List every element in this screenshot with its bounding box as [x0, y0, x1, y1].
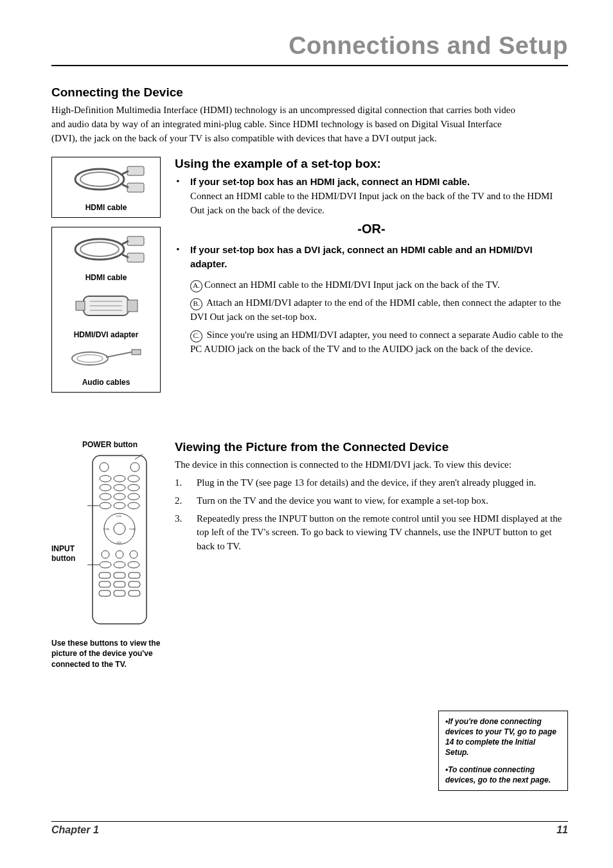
input-button-label-line2: button: [51, 554, 84, 563]
input-button-label-line1: INPUT: [51, 544, 84, 553]
footer-chapter: Chapter 1: [51, 824, 99, 836]
page-header-title: Connections and Setup: [51, 32, 568, 60]
svg-rect-14: [127, 300, 138, 312]
connecting-device-body: High-Definition Multimedia Interface (HD…: [51, 103, 527, 145]
svg-rect-13: [76, 301, 85, 310]
bullet1-bold: If your set-top box has an HDMI jack, co…: [190, 176, 470, 187]
audio-cables-icon: [67, 346, 145, 371]
hdmi-adapter-audio-figure: HDMI cable HDMI/DVI adapter Audio ca: [51, 227, 161, 393]
using-example-heading: Using the example of a set-top box:: [175, 157, 568, 171]
remote-control-icon: CH+ CH- VOL VOL: [87, 453, 152, 626]
footer-page-number: 11: [556, 824, 568, 836]
remote-bottom-caption: Use these buttons to view the picture of…: [51, 638, 161, 669]
audio-cables-caption: Audio cables: [56, 378, 156, 387]
viewing-intro: The device in this connection is connect…: [175, 458, 568, 472]
bullet1-body: Connect an HDMI cable to the HDMI/DVI In…: [190, 191, 553, 215]
hdmi-cable-caption-2: HDMI cable: [56, 273, 156, 282]
or-separator: -OR-: [175, 222, 568, 236]
step-text: Repeatedly press the INPUT button on the…: [197, 512, 568, 554]
step-a-text: Connect an HDMI cable to the HDMI/DVI In…: [204, 279, 500, 290]
step-a-label: A.: [190, 280, 202, 292]
svg-point-7: [80, 242, 119, 256]
step-number: 3.: [175, 512, 186, 554]
viewing-step-1: 1. Plug in the TV (see page 13 for detai…: [175, 476, 568, 490]
step-text: Plug in the TV (see page 13 for details)…: [197, 476, 568, 490]
hdmi-dvi-adapter-icon: [71, 288, 141, 324]
step-c-text: Since you're using an HDMI/DVI adapter, …: [190, 330, 563, 354]
hdmi-cable-caption-1: HDMI cable: [56, 203, 156, 212]
svg-rect-9: [127, 253, 144, 262]
bullet-dot: •: [175, 175, 181, 217]
svg-text:CH-: CH-: [117, 541, 123, 544]
bullet-dot: •: [175, 243, 181, 360]
step-text: Turn on the TV and the device you want t…: [197, 494, 568, 508]
power-button-label: POWER button: [51, 440, 161, 449]
step-b-label: B.: [190, 298, 202, 310]
step-number: 2.: [175, 494, 186, 508]
header-rule: [51, 65, 568, 66]
svg-rect-21: [132, 350, 141, 355]
svg-point-19: [77, 355, 103, 362]
connecting-device-heading: Connecting the Device: [51, 85, 568, 100]
hdmi-cable-figure-1: HDMI cable: [51, 157, 161, 218]
step-number: 1.: [175, 476, 186, 490]
svg-rect-2: [127, 166, 144, 175]
svg-line-20: [106, 352, 132, 357]
svg-rect-8: [127, 236, 144, 245]
viewing-step-3: 3. Repeatedly press the INPUT button on …: [175, 512, 568, 554]
svg-text:CH+: CH+: [116, 515, 123, 518]
svg-text:VOL: VOL: [129, 527, 136, 531]
svg-text:VOL: VOL: [103, 527, 110, 531]
viewing-step-2: 2. Turn on the TV and the device you wan…: [175, 494, 568, 508]
svg-rect-3: [127, 183, 144, 192]
hdmi-dvi-adapter-caption: HDMI/DVI adapter: [56, 330, 156, 339]
tip-box: •If you're done connecting devices to yo…: [438, 711, 568, 791]
step-c-label: C.: [190, 330, 202, 342]
step-b-text: Attach an HDMI/DVI adapter to the end of…: [190, 297, 561, 322]
footer-rule: [51, 821, 568, 822]
tip-line-1: •If you're done connecting devices to yo…: [445, 716, 561, 758]
hdmi-cable-icon: [64, 161, 148, 197]
bullet2-bold: If your set-top box has a DVI jack, conn…: [190, 244, 533, 270]
tip-line-2: •To continue connecting devices, go to t…: [445, 765, 561, 785]
svg-point-1: [80, 172, 119, 186]
hdmi-cable-icon-2: [64, 231, 148, 267]
viewing-heading: Viewing the Picture from the Connected D…: [175, 440, 568, 454]
